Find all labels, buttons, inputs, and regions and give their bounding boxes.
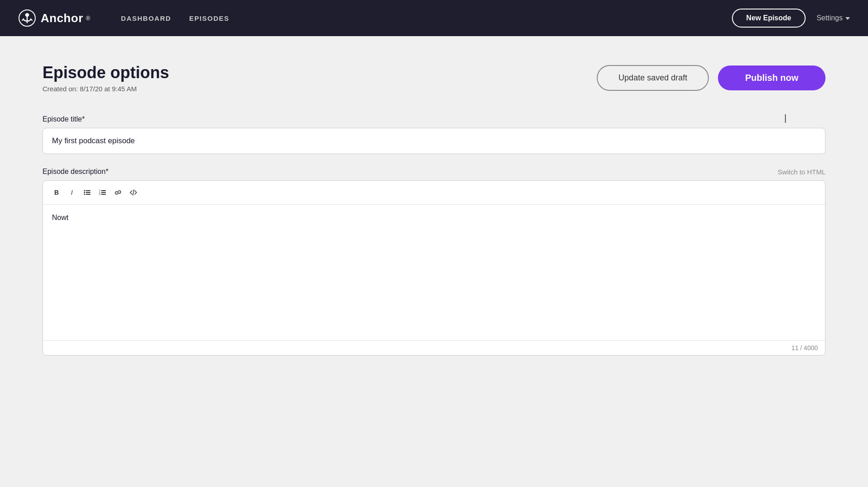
header-actions: Update saved draft Publish now xyxy=(597,65,826,91)
logo-area: Anchor ® xyxy=(18,9,90,27)
navbar: Anchor ® DASHBOARD EPISODES New Episode … xyxy=(0,0,868,36)
settings-button[interactable]: Settings xyxy=(816,14,850,22)
episode-description-label: Episode description* xyxy=(42,168,108,176)
editor-toolbar: B I 1. xyxy=(43,181,825,205)
settings-label: Settings xyxy=(816,14,843,22)
editor-body[interactable]: Nowt xyxy=(43,205,825,340)
svg-rect-9 xyxy=(101,190,106,191)
ordered-list-icon: 1. 2. 3. xyxy=(99,189,106,196)
description-header: Episode description* Switch to HTML xyxy=(42,168,826,176)
main-content: Episode options Created on: 8/17/20 at 9… xyxy=(0,36,868,487)
episode-title-label: Episode title* xyxy=(42,115,826,123)
nav-link-dashboard[interactable]: DASHBOARD xyxy=(121,14,171,22)
episode-description-field-group: Episode description* Switch to HTML B I xyxy=(42,168,826,356)
unordered-list-button[interactable] xyxy=(80,185,94,200)
anchor-logo-icon xyxy=(18,9,36,27)
code-button[interactable] xyxy=(126,185,141,200)
ordered-list-button[interactable]: 1. 2. 3. xyxy=(95,185,110,200)
svg-rect-13 xyxy=(101,194,106,195)
char-count: 11 / 4000 xyxy=(792,344,818,351)
nav-links: DASHBOARD EPISODES xyxy=(121,14,710,22)
logo-symbol: ® xyxy=(86,15,90,22)
page-header: Episode options Created on: 8/17/20 at 9… xyxy=(42,63,826,93)
switch-to-html-button[interactable]: Switch to HTML xyxy=(778,168,826,176)
svg-rect-3 xyxy=(86,190,90,191)
link-icon xyxy=(114,189,122,196)
logo-text: Anchor xyxy=(41,11,83,25)
editor-footer: 11 / 4000 xyxy=(43,340,825,355)
link-button[interactable] xyxy=(111,185,125,200)
nav-actions: New Episode Settings xyxy=(732,9,850,28)
form-section: Episode title* Episode description* Swit… xyxy=(42,115,826,356)
page-subtitle: Created on: 8/17/20 at 9:45 AM xyxy=(42,85,169,93)
svg-point-2 xyxy=(84,190,85,192)
nav-link-episodes[interactable]: EPISODES xyxy=(189,14,230,22)
svg-rect-5 xyxy=(86,192,90,193)
bold-button[interactable]: B xyxy=(49,185,64,200)
settings-chevron-down-icon xyxy=(845,17,850,20)
episode-title-input[interactable] xyxy=(42,128,826,154)
svg-point-6 xyxy=(84,194,85,195)
episode-title-field-group: Episode title* xyxy=(42,115,826,154)
italic-button[interactable]: I xyxy=(65,185,79,200)
unordered-list-icon xyxy=(84,189,91,196)
new-episode-button[interactable]: New Episode xyxy=(732,9,806,28)
page-title-area: Episode options Created on: 8/17/20 at 9… xyxy=(42,63,169,93)
svg-rect-7 xyxy=(86,194,90,195)
editor-container: B I 1. xyxy=(42,180,826,356)
editor-content: Nowt xyxy=(52,214,68,221)
update-saved-draft-button[interactable]: Update saved draft xyxy=(597,65,709,91)
page-title: Episode options xyxy=(42,63,169,82)
svg-text:3.: 3. xyxy=(99,193,101,196)
svg-rect-11 xyxy=(101,192,106,193)
code-icon xyxy=(130,189,137,196)
publish-now-button[interactable]: Publish now xyxy=(718,66,826,90)
svg-point-4 xyxy=(84,192,85,193)
